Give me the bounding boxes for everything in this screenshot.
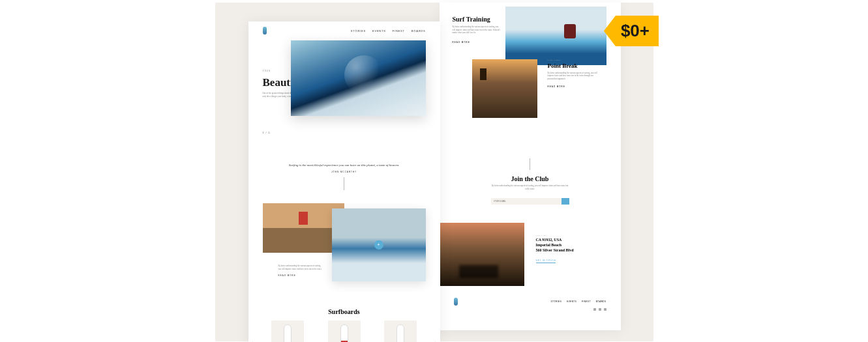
divider-icon <box>530 158 530 170</box>
surfboard-image <box>328 321 361 342</box>
footer-link-events[interactable]: EVENTS <box>567 300 576 303</box>
footer-link-stories[interactable]: STORIES <box>551 300 562 303</box>
twitter-icon[interactable] <box>599 308 601 311</box>
contact-address-line: CA 91932, USA <box>536 238 574 242</box>
point-break-readmore-link[interactable]: READ MORE <box>548 85 608 88</box>
board-card[interactable]: FUNBOARDS Agency GROM $670 <box>376 321 426 342</box>
logo-icon <box>263 27 267 35</box>
divider-icon <box>344 177 344 190</box>
nav-link-events[interactable]: EVENTS <box>372 29 386 33</box>
get-in-touch-button[interactable]: GET IN TOUCH <box>536 259 556 263</box>
instagram-icon[interactable] <box>604 308 606 311</box>
logo-icon <box>454 298 458 306</box>
top-nav: STORIES EVENTS FINEST BOARDS <box>248 21 440 40</box>
quote-text: Surfing is the most blissful experience … <box>275 163 414 168</box>
surfboards-heading: Surfboards <box>248 308 440 315</box>
email-input[interactable] <box>491 198 561 205</box>
surfboard-image <box>271 321 304 342</box>
contact-section: OUR CAMP CA 91932, USA Imperial Beach 56… <box>440 223 621 286</box>
footer-link-boards[interactable]: BOARDS <box>596 300 606 303</box>
point-break-text: By better understanding the various aspe… <box>548 72 600 81</box>
surf-training-text: By better understanding the various aspe… <box>453 25 502 35</box>
price-tag: $0+ <box>604 16 659 46</box>
feature-text: By better understanding the various aspe… <box>278 264 324 271</box>
quote-author: JOHN MCCARTHY <box>275 171 414 173</box>
quote-section: Surfing is the most blissful experience … <box>248 134 440 201</box>
feature-image-wave <box>332 208 426 281</box>
point-break-eyebrow: SURF CAMPS <box>548 59 608 61</box>
join-club-title: Join the Club <box>440 175 621 182</box>
board-card[interactable]: EXPERIENCED Emery NEM XF $950 <box>319 321 369 342</box>
point-break-title: Point Break <box>548 63 608 69</box>
email-submit-button[interactable] <box>561 198 569 205</box>
template-page-left: STORIES EVENTS FINEST BOARDS YOUR Beauti… <box>248 21 440 342</box>
contact-image <box>440 223 524 286</box>
surf-training-section: Surf Training By better understanding th… <box>440 3 621 44</box>
nav-link-finest[interactable]: FINEST <box>393 29 405 33</box>
contact-address-line: Imperial Beach <box>536 243 574 247</box>
surfboard-image <box>384 321 417 342</box>
contact-eyebrow: OUR CAMP <box>536 235 574 236</box>
footer-link-finest[interactable]: FINEST <box>582 300 591 303</box>
join-club-text: By better understanding the various aspe… <box>491 184 569 190</box>
surfboards-carousel: ‹ FUNBOARDS Chilli Rare Bird $890 EXPERI… <box>248 321 440 342</box>
board-card[interactable]: FUNBOARDS Chilli Rare Bird $890 <box>263 321 313 342</box>
nav-link-stories[interactable]: STORIES <box>351 29 366 33</box>
contact-address-line: 560 Silver Strand Blvd <box>536 248 574 252</box>
point-break-section: SURF CAMPS Point Break By better underst… <box>440 44 621 89</box>
template-page-right: Surf Training By better understanding th… <box>440 3 621 330</box>
play-button[interactable] <box>374 240 383 249</box>
point-break-image <box>472 59 537 118</box>
hero-section: YOUR Beautiful Escape One of the greates… <box>248 70 440 134</box>
footer: STORIES EVENTS FINEST BOARDS <box>440 286 621 311</box>
hero-image <box>291 40 426 116</box>
nav-link-boards[interactable]: BOARDS <box>412 29 426 33</box>
facebook-icon[interactable] <box>593 308 596 311</box>
hero-slide-indicator[interactable]: 1 / 5 <box>263 131 426 134</box>
feature-section: By better understanding the various aspe… <box>248 203 440 278</box>
social-icons <box>440 308 621 311</box>
